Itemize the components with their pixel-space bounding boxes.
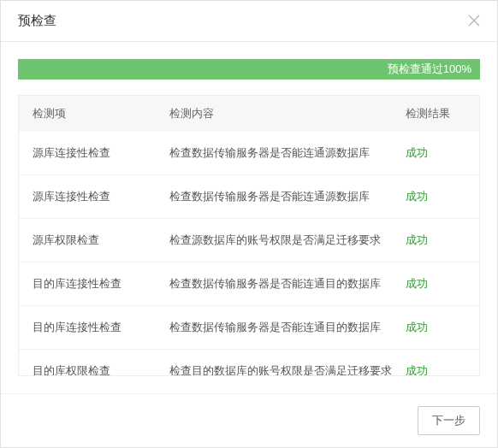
row-item: 源库权限检查 bbox=[33, 233, 169, 248]
row-content: 检查数据传输服务器是否能连通源数据库 bbox=[169, 145, 406, 161]
row-result: 成功 bbox=[406, 276, 465, 292]
row-content: 检查数据传输服务器是否能连通目的数据库 bbox=[169, 276, 406, 292]
table-row: 目的库连接性检查检查数据传输服务器是否能连通目的数据库成功 bbox=[19, 262, 479, 306]
close-icon[interactable] bbox=[468, 14, 480, 29]
table-row: 源库权限检查检查源数据库的账号权限是否满足迁移要求成功 bbox=[19, 219, 479, 262]
row-content: 检查目的数据库的账号权限是否满足迁移要求 bbox=[169, 363, 406, 375]
row-content: 检查源数据库的账号权限是否满足迁移要求 bbox=[169, 233, 406, 248]
row-result: 成功 bbox=[406, 363, 465, 375]
table-header: 检测项 检测内容 检测结果 bbox=[19, 96, 479, 132]
row-item: 目的库连接性检查 bbox=[33, 320, 169, 335]
row-result: 成功 bbox=[406, 145, 465, 161]
header-item: 检测项 bbox=[33, 106, 169, 121]
table-row: 目的库权限检查检查目的数据库的账号权限是否满足迁移要求成功 bbox=[19, 350, 479, 375]
row-result: 成功 bbox=[406, 189, 465, 204]
dialog-title: 预检查 bbox=[18, 13, 56, 29]
row-item: 源库连接性检查 bbox=[33, 145, 169, 161]
dialog-header: 预检查 bbox=[1, 1, 497, 42]
row-result: 成功 bbox=[406, 233, 465, 248]
check-table: 检测项 检测内容 检测结果 源库连接性检查检查数据传输服务器是否能连通源数据库成… bbox=[18, 95, 480, 376]
next-button[interactable]: 下一步 bbox=[418, 406, 480, 435]
table-row: 目的库连接性检查检查数据传输服务器是否能连通目的数据库成功 bbox=[19, 306, 479, 350]
table-body[interactable]: 源库连接性检查检查数据传输服务器是否能连通源数据库成功源库连接性检查检查数据传输… bbox=[19, 132, 479, 375]
row-item: 目的库权限检查 bbox=[33, 363, 169, 375]
row-item: 目的库连接性检查 bbox=[33, 276, 169, 292]
table-row: 源库连接性检查检查数据传输服务器是否能连通源数据库成功 bbox=[19, 175, 479, 219]
progress-bar: 预检查通过100% bbox=[18, 59, 480, 80]
row-item: 源库连接性检查 bbox=[33, 189, 169, 204]
dialog-footer: 下一步 bbox=[1, 393, 497, 447]
dialog-body: 预检查通过100% 检测项 检测内容 检测结果 源库连接性检查检查数据传输服务器… bbox=[1, 42, 497, 393]
precheck-dialog: 预检查 预检查通过100% 检测项 检测内容 检测结果 源库连接性检查检查数据传… bbox=[0, 0, 498, 448]
row-content: 检查数据传输服务器是否能连通目的数据库 bbox=[169, 320, 406, 335]
row-result: 成功 bbox=[406, 320, 465, 335]
table-row: 源库连接性检查检查数据传输服务器是否能连通源数据库成功 bbox=[19, 132, 479, 175]
header-content: 检测内容 bbox=[169, 106, 406, 121]
header-result: 检测结果 bbox=[406, 106, 465, 121]
row-content: 检查数据传输服务器是否能连通源数据库 bbox=[169, 189, 406, 204]
